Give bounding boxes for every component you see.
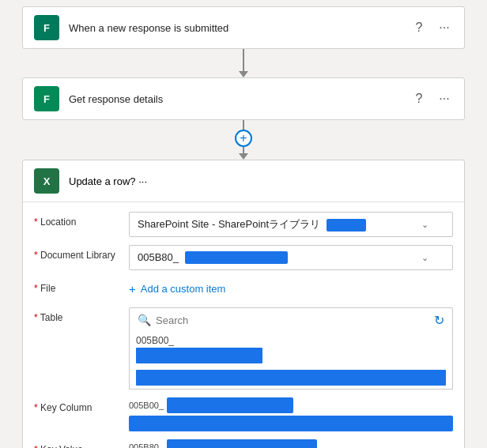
table-search-input[interactable]	[156, 314, 429, 326]
file-label: File	[34, 278, 129, 294]
update-row-body: Location SharePoint Site - SharePointライブ…	[23, 202, 464, 448]
step2-more-icon[interactable]: ···	[436, 90, 453, 107]
update-row-actions: ? ···	[130, 175, 147, 187]
table-item2-bar	[136, 370, 446, 386]
table-dropdown-item2[interactable]	[130, 367, 452, 389]
key-value-item-label: 005B80_	[129, 442, 164, 448]
location-chevron-icon: ⌄	[421, 220, 428, 230]
key-value-bar1	[167, 439, 317, 448]
table-item1-label: 005B00_	[136, 335, 446, 346]
document-library-select[interactable]: 005B80_ ⌄	[129, 245, 453, 270]
document-library-label: Document Library	[34, 245, 129, 261]
table-dropdown-item1[interactable]: 005B00_	[130, 332, 452, 367]
update-row-help-icon[interactable]: ?	[130, 175, 135, 187]
document-library-value: 005B80_	[138, 251, 421, 265]
key-value-control: 005B80_	[129, 439, 453, 448]
file-control: + Add a custom item	[129, 278, 453, 299]
doc-lib-highlight	[185, 251, 288, 264]
update-row-icon: X	[34, 168, 59, 194]
location-row: Location SharePoint Site - SharePointライブ…	[34, 212, 453, 237]
document-library-chevron-icon: ⌄	[421, 253, 428, 263]
step2-icon: F	[34, 86, 59, 111]
table-control: 🔍 ↻ 005B00_	[129, 307, 453, 390]
document-library-row: Document Library 005B80_ ⌄	[34, 245, 453, 270]
step1-actions: ? ···	[410, 19, 453, 36]
step2-title: Get response details	[69, 93, 410, 105]
update-row-more-icon[interactable]: ···	[138, 175, 147, 187]
step1-icon: F	[34, 15, 59, 40]
add-custom-item-plus-icon: +	[129, 282, 136, 296]
update-row-title: Update a row	[69, 175, 130, 187]
connector1-line	[243, 49, 244, 71]
document-library-control: 005B80_ ⌄	[129, 245, 453, 270]
key-column-row: Key Column 005B00_	[34, 397, 453, 431]
key-column-label: Key Column	[34, 397, 129, 413]
key-value-row: Key Value 005B80_	[34, 439, 453, 448]
table-item1-bar	[136, 348, 262, 363]
location-highlight	[327, 219, 366, 232]
key-column-bar2	[129, 416, 453, 431]
step1-card: F When a new response is submitted ? ···	[22, 6, 465, 49]
add-custom-item-label: Add a custom item	[141, 283, 226, 295]
table-refresh-icon[interactable]: ↻	[434, 313, 444, 328]
step2-help-icon[interactable]: ?	[410, 90, 428, 107]
table-search-box[interactable]: 🔍 ↻	[129, 307, 453, 333]
location-control: SharePoint Site - SharePointライブラリ ⌄	[129, 212, 453, 237]
connector1-arrow	[239, 71, 248, 77]
file-row: File + Add a custom item	[34, 278, 453, 299]
table-search-icon: 🔍	[138, 314, 151, 326]
update-row-header: X Update a row ? ···	[23, 160, 464, 202]
step1-title: When a new response is submitted	[69, 22, 410, 34]
key-column-control: 005B00_	[129, 397, 453, 431]
table-label: Table	[34, 307, 129, 323]
plus-line-top	[243, 120, 244, 130]
key-value-label: Key Value	[34, 439, 129, 448]
key-column-bar1	[167, 397, 293, 413]
location-value: SharePoint Site - SharePointライブラリ	[138, 217, 421, 232]
connector1	[239, 49, 248, 77]
plus-line-bottom	[243, 147, 244, 153]
location-label: Location	[34, 212, 129, 228]
add-step-button[interactable]: +	[235, 130, 252, 147]
add-custom-item-button[interactable]: + Add a custom item	[129, 278, 453, 299]
location-select[interactable]: SharePoint Site - SharePointライブラリ ⌄	[129, 212, 453, 237]
plus-arrow-bottom	[239, 153, 248, 160]
plus-connector: +	[235, 120, 252, 160]
update-row-card: X Update a row ? ··· Location SharePoint…	[22, 160, 465, 448]
table-row: Table 🔍 ↻ 005B00_	[34, 307, 453, 390]
table-dropdown-list: 005B00_	[129, 332, 453, 390]
key-column-item-label: 005B00_	[129, 401, 164, 410]
step1-more-icon[interactable]: ···	[436, 19, 453, 36]
step2-card: F Get response details ? ···	[22, 77, 465, 120]
flow-container: F When a new response is submitted ? ···…	[0, 0, 487, 448]
step1-help-icon[interactable]: ?	[410, 19, 428, 36]
step2-actions: ? ···	[410, 90, 453, 107]
